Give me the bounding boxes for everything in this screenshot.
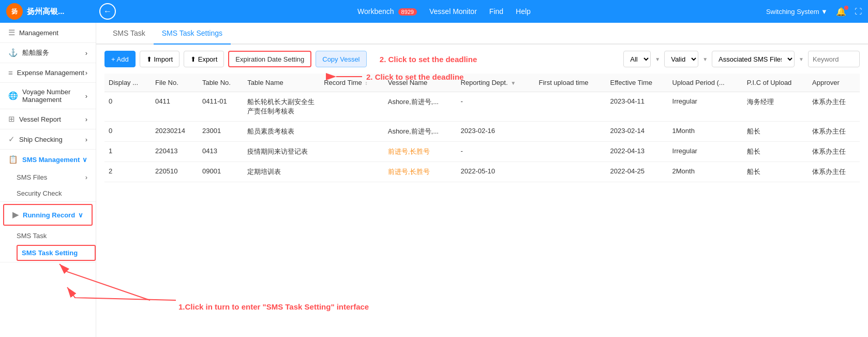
keyword-input[interactable] — [808, 51, 860, 67]
cell-upload-period: 1Month — [668, 122, 743, 142]
col-first-upload: First upload time — [534, 74, 606, 92]
cell-file-no: 20230214 — [151, 122, 198, 142]
cell-display: 2 — [104, 162, 151, 182]
reporting-dept-filter-icon[interactable]: ▼ — [511, 80, 516, 86]
back-button[interactable]: ← — [99, 3, 116, 20]
security-check-label: Security Check — [17, 189, 62, 197]
sidebar-item-expense[interactable]: ≡ Expense Management › — [0, 63, 96, 82]
cell-record-time — [320, 122, 384, 142]
col-table-name: Table Name — [243, 74, 320, 92]
cell-table-name: 疫情期间来访登记表 — [243, 142, 320, 162]
cell-file-no: 220413 — [151, 142, 198, 162]
ship-checking-arrow-icon: › — [85, 136, 87, 143]
sidebar-section-ship: ⚓ 船舶服务 › — [0, 43, 96, 63]
sidebar-label-ship-checking: Ship Checking — [19, 136, 63, 143]
company-name: 扬州高银... — [27, 7, 65, 17]
cell-table-no: 09001 — [198, 162, 243, 182]
sidebar-section-sms: 📋 SMS Management ∨ SMS Files › Security … — [0, 150, 96, 202]
switch-system-button[interactable]: Switching System ▼ — [766, 8, 828, 16]
voyage-icon: 🌐 — [8, 91, 18, 100]
sidebar-item-sms-task[interactable]: SMS Task — [17, 228, 96, 244]
sidebar-item-ship[interactable]: ⚓ 船舶服务 › — [0, 43, 96, 63]
cell-effective-time: 2023-04-11 — [606, 92, 668, 122]
cell-approver: 体系办主任 — [808, 122, 860, 142]
sidebar-item-sms-files[interactable]: SMS Files › — [17, 169, 96, 185]
expense-icon: ≡ — [8, 68, 13, 77]
cell-display: 0 — [104, 122, 151, 142]
cell-upload-period: 2Month — [668, 162, 743, 182]
cell-upload-period: Irregular — [668, 92, 743, 122]
cell-approver: 体系办主任 — [808, 92, 860, 122]
workbench-nav[interactable]: Workbench 8929 — [357, 7, 417, 16]
vessel-report-arrow-icon: › — [85, 115, 87, 123]
cell-vessel-name: Ashore,前进号,... — [384, 92, 457, 122]
col-approver: Approver — [808, 74, 860, 92]
sms-task-settings-table: Display ... File No. Table No. Table Nam… — [104, 74, 860, 182]
annotation-1: 2. Click to set the deadline — [380, 55, 477, 64]
col-record-time[interactable]: Record Time ↕ — [320, 74, 384, 92]
sms-management-arrow-icon: ∨ — [82, 156, 87, 164]
sidebar-section-management: ☰ Management — [0, 23, 96, 43]
expiration-date-button[interactable]: Expiration Date Setting — [228, 51, 311, 67]
sidebar-section-running-record: ▶ Running Record ∨ SMS Task SMS Task Set… — [0, 204, 96, 262]
cell-vessel-name: Ashore,前进号,... — [384, 122, 457, 142]
sidebar-item-voyage[interactable]: 🌐 Voyage Number Management › — [0, 83, 96, 109]
find-nav[interactable]: Find — [489, 7, 503, 16]
running-record-arrow-icon: ∨ — [78, 211, 83, 219]
sidebar-item-vessel-report[interactable]: ⊞ Vessel Report › — [0, 109, 96, 129]
col-reporting-dept[interactable]: Reporting Dept. ▼ — [456, 74, 534, 92]
associated-filter-select[interactable]: Associated SMS Files — [712, 51, 795, 67]
sidebar-item-sms-management[interactable]: 📋 SMS Management ∨ — [0, 150, 96, 169]
valid-filter-icon: ▼ — [702, 56, 708, 62]
cell-display: 0 — [104, 92, 151, 122]
toolbar-filters: All ▼ Valid ▼ Associated SMS Files ▼ — [623, 51, 860, 67]
add-button[interactable]: + Add — [104, 51, 136, 67]
cell-vessel-name: 前进号,长胜号 — [384, 142, 457, 162]
help-nav[interactable]: Help — [516, 7, 531, 16]
cell-approver: 体系办主任 — [808, 162, 860, 182]
table-row[interactable]: 2 220510 09001 定期培训表 前进号,长胜号 2022-05-10 … — [104, 162, 860, 182]
sms-files-label: SMS Files — [17, 173, 47, 181]
sidebar-label-ship: 船舶服务 — [22, 48, 49, 57]
main-content: SMS Task SMS Task Settings + Add ⬆ Impor… — [96, 23, 868, 337]
cell-table-name: 定期培训表 — [243, 162, 320, 182]
sidebar-label-expense: Expense Management — [17, 69, 84, 77]
sidebar-item-sms-task-setting[interactable]: SMS Task Setting — [17, 245, 96, 261]
tab-sms-task-settings[interactable]: SMS Task Settings — [154, 23, 231, 45]
sidebar: ☰ Management ⚓ 船舶服务 › ≡ Expense Manageme… — [0, 23, 96, 337]
cell-first-upload — [534, 122, 606, 142]
sms-files-arrow-icon: › — [85, 173, 87, 181]
all-filter-select[interactable]: All — [623, 51, 651, 67]
cell-table-no: 0413 — [198, 142, 243, 162]
table-container: Display ... File No. Table No. Table Nam… — [96, 74, 868, 182]
tab-sms-task[interactable]: SMS Task — [104, 23, 154, 45]
export-button[interactable]: ⬆ Export — [184, 51, 224, 67]
valid-filter-select[interactable]: Valid — [664, 51, 698, 67]
cell-pic: 船长 — [743, 162, 808, 182]
copy-vessel-button[interactable]: Copy Vessel — [316, 51, 366, 67]
cell-record-time — [320, 142, 384, 162]
bell-container: 🔔 — [836, 7, 846, 17]
header: 扬 扬州高银... ← Workbench 8929 Vessel Monito… — [0, 0, 868, 23]
sidebar-item-ship-checking[interactable]: ✓ Ship Checking › — [0, 129, 96, 149]
cell-record-time — [320, 162, 384, 182]
table-row[interactable]: 0 0411 0411-01 船长轮机长大副安全生产责任制考核表 Ashore,… — [104, 92, 860, 122]
sms-task-label: SMS Task — [17, 232, 47, 240]
cell-file-no: 220510 — [151, 162, 198, 182]
col-table-no: Table No. — [198, 74, 243, 92]
ship-checking-icon: ✓ — [8, 135, 15, 144]
sidebar-item-management[interactable]: ☰ Management — [0, 23, 96, 42]
cell-table-name: 船长轮机长大副安全生产责任制考核表 — [243, 92, 320, 122]
sidebar-section-voyage: 🌐 Voyage Number Management › — [0, 83, 96, 109]
cell-table-name: 船员素质考核表 — [243, 122, 320, 142]
sidebar-item-security-check[interactable]: Security Check — [17, 185, 96, 201]
table-row[interactable]: 1 220413 0413 疫情期间来访登记表 前进号,长胜号 - 2022-0… — [104, 142, 860, 162]
expand-icon[interactable]: ⛶ — [855, 7, 862, 16]
sidebar-item-running-record[interactable]: ▶ Running Record ∨ — [3, 204, 93, 226]
layout: ☰ Management ⚓ 船舶服务 › ≡ Expense Manageme… — [0, 23, 868, 337]
cell-table-no: 23001 — [198, 122, 243, 142]
table-row[interactable]: 0 20230214 23001 船员素质考核表 Ashore,前进号,... … — [104, 122, 860, 142]
vessel-monitor-nav[interactable]: Vessel Monitor — [429, 7, 477, 16]
import-button[interactable]: ⬆ Import — [140, 51, 179, 67]
col-upload-period: Upload Period (... — [668, 74, 743, 92]
